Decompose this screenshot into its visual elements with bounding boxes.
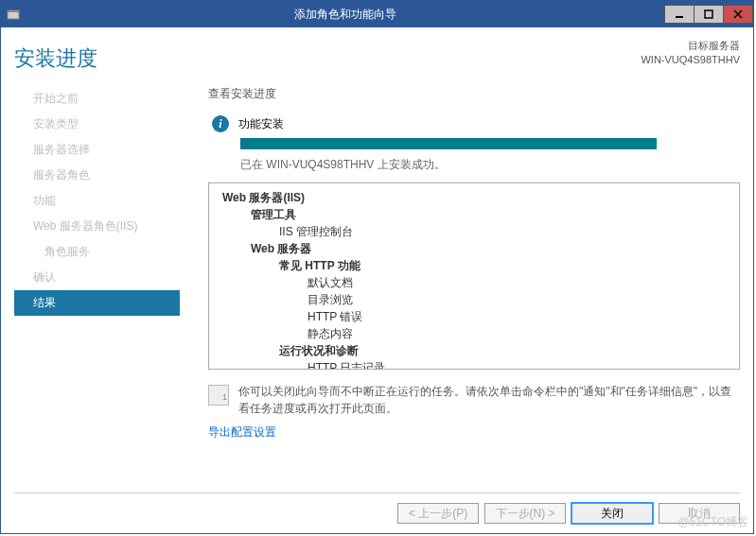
- sidebar-item-features: 功能: [14, 188, 180, 214]
- window-title: 添加角色和功能向导: [26, 7, 665, 23]
- maximize-button[interactable]: [694, 5, 724, 24]
- sidebar-item-server-select: 服务器选择: [14, 137, 180, 163]
- note-text: 你可以关闭此向导而不中断正在运行的任务。请依次单击命令栏中的"通知"和"任务详细…: [238, 383, 740, 417]
- tree-node: 常见 HTTP 功能: [213, 257, 735, 274]
- next-button: 下一步(N) >: [484, 503, 566, 524]
- tree-node: 运行状况和诊断: [213, 342, 735, 359]
- minimize-button[interactable]: [664, 5, 694, 24]
- titlebar: 添加角色和功能向导: [1, 1, 753, 27]
- server-name: WIN-VUQ4S98THHV: [641, 53, 740, 67]
- export-link[interactable]: 导出配置设置: [208, 424, 740, 441]
- svg-rect-1: [8, 10, 19, 12]
- footer: < 上一步(P) 下一步(N) > 关闭 取消: [14, 493, 740, 524]
- prev-button: < 上一步(P): [397, 503, 479, 524]
- close-button[interactable]: [723, 5, 753, 24]
- status-title: 功能安装: [238, 116, 284, 132]
- status-text: 已在 WIN-VUQ4S98THHV 上安装成功。: [240, 157, 740, 173]
- tree-node: 管理工具: [213, 206, 735, 223]
- sidebar-item-type: 安装类型: [14, 112, 180, 137]
- sidebar-item-results[interactable]: 结果: [14, 290, 180, 316]
- progress-bar: [240, 138, 657, 149]
- sidebar: 开始之前 安装类型 服务器选择 服务器角色 功能 Web 服务器角色(IIS) …: [14, 86, 180, 485]
- tree-node: 目录浏览: [213, 291, 735, 308]
- main-panel: 查看安装进度 i 功能安装 已在 WIN-VUQ4S98THHV 上安装成功。 …: [180, 86, 740, 485]
- tree-node: IIS 管理控制台: [213, 223, 735, 240]
- server-info: 目标服务器 WIN-VUQ4S98THHV: [641, 39, 740, 68]
- sidebar-item-before: 开始之前: [14, 86, 180, 112]
- app-icon: [1, 8, 26, 21]
- sidebar-item-role-services: 角色服务: [14, 239, 180, 265]
- sidebar-item-iis: Web 服务器角色(IIS): [14, 214, 180, 239]
- server-label: 目标服务器: [641, 39, 740, 53]
- sidebar-item-confirm: 确认: [14, 265, 180, 290]
- results-tree[interactable]: Web 服务器(IIS) 管理工具 IIS 管理控制台 Web 服务器 常见 H…: [208, 182, 740, 370]
- tree-node: HTTP 错误: [213, 308, 735, 325]
- tree-node: HTTP 日志记录: [213, 359, 735, 370]
- tree-node: Web 服务器(IIS): [213, 189, 735, 206]
- svg-rect-3: [705, 10, 712, 18]
- note-icon: 1: [208, 385, 229, 406]
- tree-node: 默认文档: [213, 274, 735, 291]
- info-icon: i: [212, 115, 229, 132]
- section-label: 查看安装进度: [208, 86, 740, 102]
- sidebar-item-server-role: 服务器角色: [14, 163, 180, 188]
- wizard-window: 添加角色和功能向导 安装进度 目标服务器 WIN-VUQ4S98THHV 开始之…: [0, 0, 754, 534]
- tree-node: Web 服务器: [213, 240, 735, 257]
- tree-node: 静态内容: [213, 325, 735, 342]
- close-wizard-button[interactable]: 关闭: [571, 503, 653, 524]
- cancel-button: 取消: [659, 503, 740, 524]
- page-title: 安装进度: [14, 39, 97, 73]
